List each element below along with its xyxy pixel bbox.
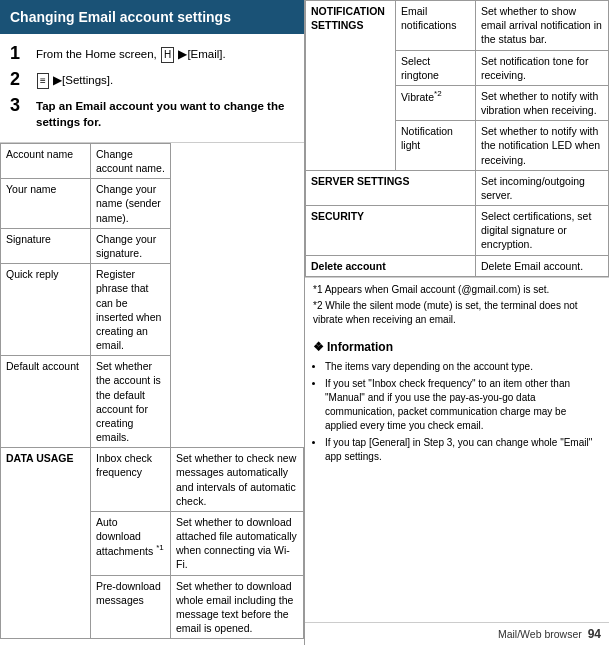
cell-default-account-desc: Set whether the account is the default a… [91,356,171,448]
cell-email-notif-desc: Set whether to show email arrival notifi… [476,1,609,51]
notes-section: *1 Appears when Gmail account (@gmail.co… [305,277,609,334]
table-row: Quick reply Register phrase that can be … [1,264,304,356]
cell-pre-dl-desc: Set whether to download whole email incl… [171,575,304,639]
cell-ringtone-label: Select ringtone [396,50,476,85]
cell-auto-dl-label: Auto download attachments *1 [91,511,171,575]
cell-ringtone-desc: Set notification tone for receiving. [476,50,609,85]
left-table: Account name Change account name. Your n… [0,143,304,645]
step-3: 3 Tap an Email account you want to chang… [10,96,294,130]
cell-pre-dl-label: Pre-download messages [91,575,171,639]
cell-notif-settings-label: NOTIFICATION SETTINGS [306,1,396,171]
footer-label: Mail/Web browser [498,628,582,640]
cell-signature-desc: Change your signature. [91,228,171,263]
right-panel: NOTIFICATION SETTINGS Email notification… [305,0,609,645]
settings-table-right: NOTIFICATION SETTINGS Email notification… [305,0,609,277]
info-title: Information [313,339,601,356]
list-item: If you set "Inbox check frequency" to an… [325,377,601,433]
note-1: *1 Appears when Gmail account (@gmail.co… [313,283,601,297]
footer-bar: Mail/Web browser 94 [305,622,609,645]
cell-auto-dl-desc: Set whether to download attached file au… [171,511,304,575]
table-row-security: SECURITY Select certifications, set digi… [306,206,609,256]
step-3-text: Tap an Email account you want to change … [36,96,294,130]
left-panel: Changing Email account settings 1 From t… [0,0,305,645]
list-item: The items vary depending on the account … [325,360,601,374]
cell-signature-label: Signature [1,228,91,263]
page-number: 94 [588,627,601,641]
step-1: 1 From the Home screen, H ▶[Email]. [10,44,294,64]
table-row-data-usage-inbox: DATA USAGE Inbox check frequency Set whe… [1,448,304,512]
step-3-number: 3 [10,96,30,116]
cell-quick-reply-label: Quick reply [1,264,91,356]
table-row: Your name Change your name (sender name)… [1,179,304,229]
cell-your-name-desc: Change your name (sender name). [91,179,171,229]
home-icon: H [161,47,174,63]
step-2: 2 ≡ ▶[Settings]. [10,70,294,90]
cell-vibrate-label: Vibrate*2 [396,85,476,120]
cell-account-name-label: Account name [1,143,91,178]
cell-delete-account-label: Delete account [306,255,476,276]
cell-quick-reply-desc: Register phrase that can be inserted whe… [91,264,171,356]
steps-section: 1 From the Home screen, H ▶[Email]. 2 ≡ … [0,34,304,143]
cell-default-account-label: Default account [1,356,91,448]
note-2: *2 While the silent mode (mute) is set, … [313,299,601,327]
cell-notif-light-label: Notification light [396,121,476,171]
list-item: If you tap [General] in Step 3, you can … [325,436,601,464]
settings-table-left: Account name Change account name. Your n… [0,143,304,639]
table-row: Account name Change account name. [1,143,304,178]
cell-server-settings-label: SERVER SETTINGS [306,170,476,205]
table-row-notif-email: NOTIFICATION SETTINGS Email notification… [306,1,609,51]
step-1-number: 1 [10,44,30,64]
step-1-text: From the Home screen, H ▶[Email]. [36,44,226,63]
info-section: Information The items vary depending on … [305,334,609,472]
left-header: Changing Email account settings [0,0,304,34]
cell-your-name-label: Your name [1,179,91,229]
cell-security-label: SECURITY [306,206,476,256]
table-row: Default account Set whether the account … [1,356,304,448]
cell-notif-light-desc: Set whether to notify with the notificat… [476,121,609,171]
cell-email-notif-label: Email notifications [396,1,476,51]
table-row-server: SERVER SETTINGS Set incoming/outgoing se… [306,170,609,205]
step-2-text: ≡ ▶[Settings]. [36,70,113,89]
menu-icon: ≡ [37,73,49,89]
table-row: Signature Change your signature. [1,228,304,263]
cell-server-settings-desc: Set incoming/outgoing server. [476,170,609,205]
step-2-number: 2 [10,70,30,90]
cell-vibrate-desc: Set whether to notify with vibration whe… [476,85,609,120]
cell-security-desc: Select certifications, set digital signa… [476,206,609,256]
cell-data-usage-label: DATA USAGE [1,448,91,639]
cell-delete-account-desc: Delete Email account. [476,255,609,276]
info-list: The items vary depending on the account … [313,360,601,464]
table-row-delete: Delete account Delete Email account. [306,255,609,276]
cell-inbox-freq-label: Inbox check frequency [91,448,171,512]
cell-inbox-freq-desc: Set whether to check new messages automa… [171,448,304,512]
cell-account-name-desc: Change account name. [91,143,171,178]
